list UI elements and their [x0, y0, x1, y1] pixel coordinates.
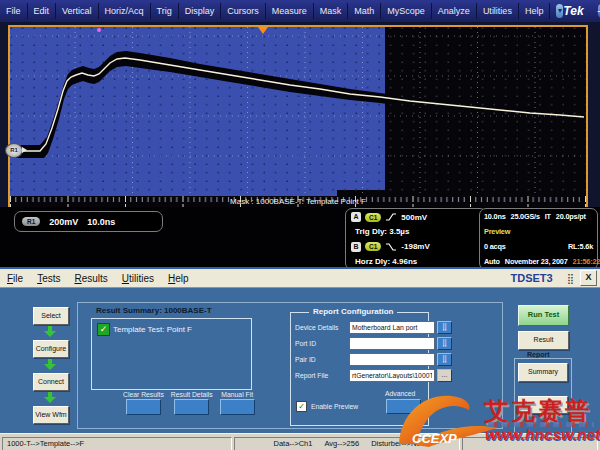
advanced-button[interactable]: [386, 399, 421, 414]
report-file-label: Report File: [295, 372, 349, 379]
menu-edit[interactable]: Edit: [28, 3, 57, 19]
rising-edge-icon: [385, 212, 397, 222]
view-wfm-button[interactable]: View Wfm: [33, 406, 69, 424]
result-details-button[interactable]: [174, 399, 209, 415]
select-button[interactable]: Select: [33, 307, 69, 325]
menu-utilities[interactable]: Utilities: [477, 3, 519, 19]
mask-label: Mask : 1000BASE-T: Template Point F: [230, 197, 366, 206]
menu-trig[interactable]: Trig: [151, 3, 179, 19]
horz-delay: Horz Dly: 4.96ns: [351, 257, 481, 266]
menu-analyze[interactable]: Analyze: [432, 3, 477, 19]
falling-edge-icon: [385, 242, 397, 252]
ref-readout-box: R1 200mV 10.0ns: [14, 211, 163, 232]
app-close-button[interactable]: X: [580, 270, 597, 286]
tdset3-menubar: File Tests Results Utilities Help TDSET3…: [0, 269, 600, 288]
marker-dot-icon: [97, 28, 101, 32]
flow-down-arrow-icon: [44, 326, 56, 337]
configure-button[interactable]: Configure: [33, 340, 69, 358]
status-empty-cell: [462, 437, 598, 450]
ref1-arrow-icon: [22, 147, 27, 153]
acquisition-readout-box: 10.0ns 25.0GS/s IT 20.0ps/pt Preview 0 a…: [479, 208, 598, 270]
menu-math[interactable]: Math: [348, 3, 381, 19]
clear-results-label: Clear Results: [123, 391, 164, 398]
acq-mode-it: IT: [545, 212, 551, 221]
trig-a-badge: A: [351, 212, 361, 222]
report-configuration-group: Report Configuration Device Details ⣿ Po…: [290, 312, 429, 426]
template-test-item[interactable]: Template Test: Point F: [113, 325, 192, 334]
manual-fit-button[interactable]: [220, 399, 255, 415]
menu-cursors[interactable]: Cursors: [221, 3, 266, 19]
trig-delay: Trig Dly: 3.5µs: [351, 227, 481, 236]
status-data-source: Data-->Ch1: [273, 438, 312, 450]
trig-b-source-badge: C1: [365, 242, 381, 251]
pass-check-icon: ✓: [97, 323, 110, 336]
keypad-icon[interactable]: ⣿: [437, 337, 452, 350]
scope-menubar: File Edit Vertical Horiz/Acq Trig Displa…: [0, 0, 600, 22]
record-length: RL:5.6k: [568, 242, 593, 251]
report-configuration-title: Report Configuration: [309, 307, 397, 316]
preview-status: Preview: [484, 227, 593, 236]
app-menu-utilities[interactable]: Utilities: [115, 273, 161, 284]
ref-scale: 200mV: [49, 217, 78, 227]
enable-preview-checkbox[interactable]: ✓: [296, 401, 307, 412]
keyboard-icon[interactable]: ⣿: [567, 273, 574, 284]
trig-b-badge: B: [351, 242, 361, 252]
app-menu-file[interactable]: File: [0, 273, 30, 284]
pair-id-label: Pair ID: [295, 356, 349, 363]
port-id-label: Port ID: [295, 340, 349, 347]
app-menu-results[interactable]: Results: [67, 273, 114, 284]
result-summary-box: ✓ Template Test: Point F: [91, 318, 252, 390]
keypad-icon[interactable]: ⣿: [437, 321, 452, 334]
port-id-input[interactable]: [349, 337, 435, 350]
result-summary-header: Result Summary: 1000BASE-T: [96, 306, 212, 315]
summary-button[interactable]: Summary: [518, 363, 568, 382]
ref-timebase: 10.0ns: [87, 217, 115, 227]
waveform-svg: Mask : 1000BASE-T: Template Point F: [10, 27, 586, 207]
report-file-input[interactable]: [349, 369, 435, 382]
flow-down-arrow-icon: [44, 392, 56, 403]
manual-fit-label: Manual Fit: [221, 391, 253, 398]
clear-results-button[interactable]: [126, 399, 161, 415]
result-button[interactable]: Result: [518, 331, 569, 350]
app-menu-tests[interactable]: Tests: [30, 273, 67, 284]
status-config-cell: Data-->Ch1 Avg-->256 Disturber-->No: [234, 437, 460, 450]
run-test-button[interactable]: Run Test: [518, 305, 569, 326]
menu-horiz-acq[interactable]: Horiz/Acq: [99, 3, 151, 19]
pair-id-input[interactable]: [349, 353, 435, 366]
filter-icon[interactable]: ▼: [556, 4, 563, 18]
clock-time: 21:56:22: [573, 257, 600, 266]
acq-timebase: 10.0ns: [484, 212, 506, 221]
app-title: TDSET3: [510, 272, 552, 284]
keypad-icon[interactable]: ⣿: [437, 353, 452, 366]
browse-icon[interactable]: ...: [437, 369, 452, 382]
result-action-buttons: Clear Results Result Details Manual Fit: [123, 391, 255, 415]
status-test-path: 1000-T-->Template-->F: [2, 437, 232, 450]
menu-mask[interactable]: Mask: [314, 3, 349, 19]
flow-down-arrow-icon: [44, 359, 56, 370]
menu-myscope[interactable]: MyScope: [381, 3, 432, 19]
status-disturber: Disturber-->No: [371, 438, 420, 450]
ref1-marker[interactable]: R1: [5, 143, 23, 158]
trigger-position-icon[interactable]: [258, 27, 268, 34]
acq-resolution: 20.0ps/pt: [556, 212, 586, 221]
oscilloscope-screen: File Edit Vertical Horiz/Acq Trig Displa…: [0, 0, 600, 450]
acq-count: 0 acqs: [484, 242, 506, 251]
tek-logo: Tek: [563, 4, 583, 18]
device-details-input[interactable]: [349, 321, 435, 334]
menu-help[interactable]: Help: [519, 3, 551, 19]
menu-vertical[interactable]: Vertical: [56, 3, 99, 19]
waveform-graticule: Mask : 1000BASE-T: Template Point F R1: [8, 25, 588, 209]
acq-sample-rate: 25.0GS/s: [511, 212, 540, 221]
menu-file[interactable]: File: [0, 3, 28, 19]
ref-badge: R1: [22, 217, 40, 226]
connect-button[interactable]: Connect: [33, 373, 69, 391]
report-detail-button-partial[interactable]: [518, 396, 568, 414]
date: November 23, 2007: [505, 257, 568, 266]
advanced-label: Advanced: [385, 390, 415, 397]
report-group-label: Report: [527, 351, 550, 358]
results-panel: Result Summary: 1000BASE-T ✓ Template Te…: [77, 302, 503, 429]
menu-measure[interactable]: Measure: [266, 3, 314, 19]
app-menu-help[interactable]: Help: [161, 273, 196, 284]
menu-display[interactable]: Display: [179, 3, 222, 19]
result-details-label: Result Details: [171, 391, 213, 398]
